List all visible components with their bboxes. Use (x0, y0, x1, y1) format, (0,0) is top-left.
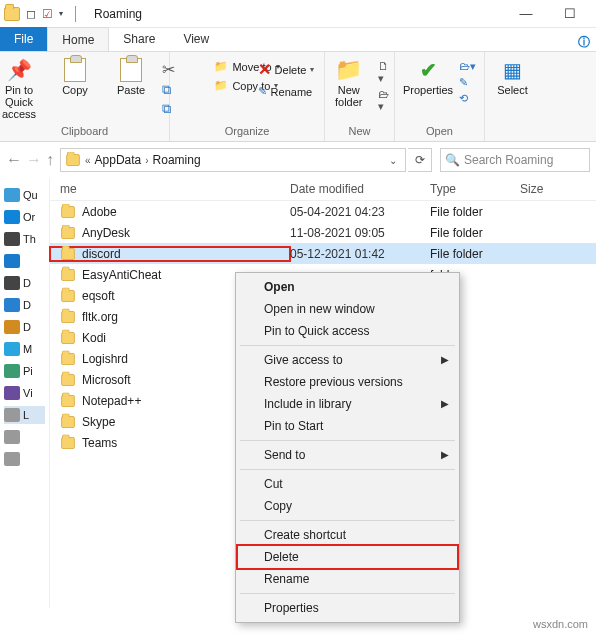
sidebar-icon (4, 342, 20, 356)
sidebar-icon (4, 364, 20, 378)
select-button[interactable]: ▦ Select (488, 56, 538, 96)
folder-name: discord (82, 247, 121, 261)
edit-icon[interactable]: ✎ (459, 76, 476, 89)
properties-icon: ✔ (420, 56, 437, 84)
sidebar-icon (4, 298, 20, 312)
sidebar-item[interactable]: D (4, 274, 45, 292)
history-icon[interactable]: ⟲ (459, 92, 476, 105)
new-folder-icon: 📁 (335, 56, 362, 84)
column-type[interactable]: Type (430, 182, 520, 196)
address-bar[interactable]: « AppData › Roaming ⌄ (60, 148, 406, 172)
folder-date: 05-12-2021 01:42 (290, 247, 430, 261)
sidebar-item[interactable]: D (4, 318, 45, 336)
ctx-pin-to-start[interactable]: Pin to Start (238, 415, 457, 437)
rename-button[interactable]: ✎ Rename (258, 85, 315, 98)
ctx-copy[interactable]: Copy (238, 495, 457, 517)
crumb-folder-icon (66, 154, 80, 166)
folder-row[interactable]: discord05-12-2021 01:42File folder (50, 243, 596, 264)
sidebar-item[interactable] (4, 450, 45, 468)
folder-date: 11-08-2021 09:05 (290, 226, 430, 240)
folder-name: Microsoft (82, 373, 131, 387)
sidebar-item[interactable]: L (4, 406, 45, 424)
up-button[interactable]: ↑ (46, 151, 54, 169)
select-icon: ▦ (503, 56, 522, 84)
ctx-rename[interactable]: Rename (238, 568, 457, 590)
watermark: wsxdn.com (533, 618, 588, 630)
crumb-appdata[interactable]: AppData (95, 153, 142, 167)
search-input[interactable]: 🔍 Search Roaming (440, 148, 590, 172)
sidebar-item[interactable]: Th (4, 230, 45, 248)
sidebar-item[interactable] (4, 252, 45, 270)
ctx-delete[interactable]: Delete (238, 546, 457, 568)
folder-icon (61, 311, 75, 323)
tab-file[interactable]: File (0, 27, 47, 51)
sidebar-icon (4, 232, 20, 246)
ribbon-tabs: File Home Share View ⓘ (0, 28, 596, 52)
copy-button[interactable]: Copy (50, 56, 100, 120)
copy-icon (64, 56, 86, 84)
sidebar-label: M (23, 343, 32, 355)
crumb-history-icon[interactable]: ⌄ (389, 155, 397, 166)
refresh-button[interactable]: ⟳ (408, 148, 432, 172)
easy-access-icon[interactable]: 🗁▾ (378, 88, 393, 113)
properties-button[interactable]: ✔ Properties (403, 56, 453, 105)
ctx-send-to[interactable]: Send to▶ (238, 444, 457, 466)
ctx-create-shortcut[interactable]: Create shortcut (238, 524, 457, 546)
column-headers[interactable]: me Date modified Type Size (50, 178, 596, 201)
crumb-roaming[interactable]: Roaming (153, 153, 201, 167)
paste-icon (120, 56, 142, 84)
ctx-open[interactable]: Open (238, 276, 457, 298)
ctx-give-access-to[interactable]: Give access to▶ (238, 349, 457, 371)
sidebar-item[interactable]: Or (4, 208, 45, 226)
ctx-properties[interactable]: Properties (238, 597, 457, 619)
folder-type: File folder (430, 205, 520, 219)
sidebar-label: D (23, 299, 31, 311)
pin-quick-access-button[interactable]: 📌 Pin to Quick access (0, 56, 44, 120)
sidebar-label: Qu (23, 189, 38, 201)
folder-row[interactable]: AnyDesk11-08-2021 09:05File folder (50, 222, 596, 243)
back-button[interactable]: ← (6, 151, 22, 169)
folder-name: Teams (82, 436, 117, 450)
qat-dropdown-icon[interactable]: ▾ (59, 9, 63, 18)
folder-name: Skype (82, 415, 115, 429)
paste-button[interactable]: Paste (106, 56, 156, 120)
qat-check-icon[interactable]: ☑ (42, 7, 53, 21)
tab-share[interactable]: Share (109, 27, 169, 51)
ctx-pin-quick-access[interactable]: Pin to Quick access (238, 320, 457, 342)
chevron-right-icon: ▶ (441, 398, 449, 409)
folder-date: 05-04-2021 04:23 (290, 205, 430, 219)
tab-view[interactable]: View (169, 27, 223, 51)
sidebar-label: L (23, 409, 29, 421)
folder-row[interactable]: Adobe05-04-2021 04:23File folder (50, 201, 596, 222)
sidebar-item[interactable] (4, 428, 45, 446)
sidebar-item[interactable]: D (4, 296, 45, 314)
pin-icon: 📌 (7, 56, 32, 84)
column-name[interactable]: me (50, 182, 290, 196)
minimize-button[interactable]: — (504, 0, 548, 28)
ctx-cut[interactable]: Cut (238, 473, 457, 495)
help-button[interactable]: ⓘ (572, 34, 596, 51)
delete-button[interactable]: ✕ Delete▾ (258, 60, 315, 79)
address-bar-row: ← → ↑ « AppData › Roaming ⌄ ⟳ 🔍 Search R… (6, 146, 590, 174)
search-icon: 🔍 (445, 153, 460, 167)
ctx-open-new-window[interactable]: Open in new window (238, 298, 457, 320)
nav-pane[interactable]: QuOrThDDDMPiViL (0, 178, 50, 608)
maximize-button[interactable]: ☐ (548, 0, 592, 28)
tab-home[interactable]: Home (47, 27, 109, 51)
sidebar-item[interactable]: Pi (4, 362, 45, 380)
new-item-icon[interactable]: 🗋▾ (378, 60, 393, 85)
qat-save-icon[interactable]: ◻ (26, 7, 36, 21)
new-folder-button[interactable]: 📁 New folder (326, 56, 372, 113)
folder-name: EasyAntiCheat (82, 268, 161, 282)
ctx-restore-previous-versions[interactable]: Restore previous versions (238, 371, 457, 393)
sidebar-item[interactable]: Vi (4, 384, 45, 402)
open-icon[interactable]: 🗁▾ (459, 60, 476, 73)
sidebar-item[interactable]: Qu (4, 186, 45, 204)
column-date[interactable]: Date modified (290, 182, 430, 196)
forward-button[interactable]: → (26, 151, 42, 169)
folder-name: Kodi (82, 331, 106, 345)
sidebar-item[interactable]: M (4, 340, 45, 358)
column-size[interactable]: Size (520, 182, 596, 196)
folder-icon (61, 269, 75, 281)
ctx-include-in-library[interactable]: Include in library▶ (238, 393, 457, 415)
